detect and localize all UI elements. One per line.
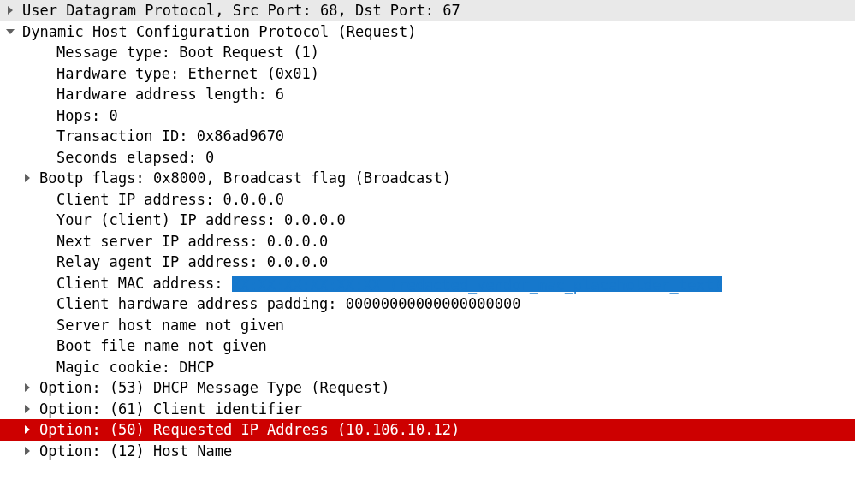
tree-item-dhcp[interactable]: Dynamic Host Configuration Protocol (Req… xyxy=(0,21,855,43)
tree-item-hw-addr-len[interactable]: Hardware address length: 6 xyxy=(0,84,855,105)
chevron-down-icon[interactable] xyxy=(0,27,17,36)
tree-item-option-61[interactable]: Option: (61) Client identifier xyxy=(0,399,855,420)
tree-item-magic-cookie[interactable]: Magic cookie: DHCP xyxy=(0,357,855,378)
hops-label: Hops: 0 xyxy=(51,107,118,124)
option-53-label: Option: (53) DHCP Message Type (Request) xyxy=(34,379,389,396)
tree-item-hw-type[interactable]: Hardware type: Ethernet (0x01) xyxy=(0,63,855,85)
file-label: Boot file name not given xyxy=(51,337,267,354)
hw-type-label: Hardware type: Ethernet (0x01) xyxy=(51,65,319,82)
bootp-flags-label: Bootp flags: 0x8000, Broadcast flag (Bro… xyxy=(34,169,451,187)
option-50-label: Option: (50) Requested IP Address (10.10… xyxy=(34,421,460,438)
magic-cookie-label: Magic cookie: DHCP xyxy=(51,359,214,376)
tree-item-msg-type[interactable]: Message type: Boot Request (1) xyxy=(0,42,855,63)
tree-item-chaddr[interactable]: Client MAC address: XX:XX:XX:XX:XX:XX (r… xyxy=(0,273,855,294)
tree-item-hops[interactable]: Hops: 0 xyxy=(0,105,855,127)
tree-item-option-50[interactable]: Option: (50) Requested IP Address (10.10… xyxy=(0,419,855,441)
txid-label: Transaction ID: 0x86ad9670 xyxy=(51,127,284,145)
option-61-label: Option: (61) Client identifier xyxy=(34,400,302,418)
giaddr-label: Relay agent IP address: 0.0.0.0 xyxy=(51,253,328,270)
tree-item-file[interactable]: Boot file name not given xyxy=(0,335,855,357)
chevron-right-icon[interactable] xyxy=(0,405,34,413)
tree-item-ciaddr[interactable]: Client IP address: 0.0.0.0 xyxy=(0,189,855,210)
dhcp-summary-label: Dynamic Host Configuration Protocol (Req… xyxy=(17,23,417,40)
secs-label: Seconds elapsed: 0 xyxy=(51,149,214,166)
sname-label: Server host name not given xyxy=(51,317,284,334)
tree-item-sname[interactable]: Server host name not given xyxy=(0,315,855,336)
chaddr-prefix-label: Client MAC address: xyxy=(56,275,232,292)
tree-item-bootp-flags[interactable]: Bootp flags: 0x8000, Broadcast flag (Bro… xyxy=(0,168,855,189)
tree-item-udp[interactable]: User Datagram Protocol, Src Port: 68, Ds… xyxy=(0,0,855,21)
tree-item-option-53[interactable]: Option: (53) DHCP Message Type (Request) xyxy=(0,377,855,399)
chevron-right-icon[interactable] xyxy=(0,383,34,392)
udp-summary-label: User Datagram Protocol, Src Port: 68, Ds… xyxy=(17,2,460,19)
yiaddr-label: Your (client) IP address: 0.0.0.0 xyxy=(51,211,346,228)
chevron-right-icon[interactable] xyxy=(0,6,17,15)
chaddr-label: Client MAC address: XX:XX:XX:XX:XX:XX (r… xyxy=(51,275,722,292)
ciaddr-label: Client IP address: 0.0.0.0 xyxy=(51,191,284,208)
packet-details-pane[interactable]: User Datagram Protocol, Src Port: 68, Ds… xyxy=(0,0,855,461)
siaddr-label: Next server IP address: 0.0.0.0 xyxy=(51,233,328,250)
redacted-mac-highlight: XX:XX:XX:XX:XX:XX (redacted_vendor_mac_p… xyxy=(232,276,722,292)
chaddr-padding-label: Client hardware address padding: 0000000… xyxy=(51,295,520,312)
tree-item-option-12[interactable]: Option: (12) Host Name xyxy=(0,441,855,462)
hw-addr-len-label: Hardware address length: 6 xyxy=(51,86,284,103)
chevron-right-icon[interactable] xyxy=(0,447,34,455)
tree-item-txid[interactable]: Transaction ID: 0x86ad9670 xyxy=(0,126,855,147)
chevron-right-icon[interactable] xyxy=(0,174,34,182)
option-12-label: Option: (12) Host Name xyxy=(34,442,232,460)
tree-item-secs[interactable]: Seconds elapsed: 0 xyxy=(0,147,855,169)
msg-type-label: Message type: Boot Request (1) xyxy=(51,44,319,61)
tree-item-giaddr[interactable]: Relay agent IP address: 0.0.0.0 xyxy=(0,252,855,273)
tree-item-siaddr[interactable]: Next server IP address: 0.0.0.0 xyxy=(0,231,855,252)
tree-item-chaddr-padding[interactable]: Client hardware address padding: 0000000… xyxy=(0,294,855,315)
chevron-right-icon[interactable] xyxy=(0,425,34,434)
tree-item-yiaddr[interactable]: Your (client) IP address: 0.0.0.0 xyxy=(0,210,855,231)
